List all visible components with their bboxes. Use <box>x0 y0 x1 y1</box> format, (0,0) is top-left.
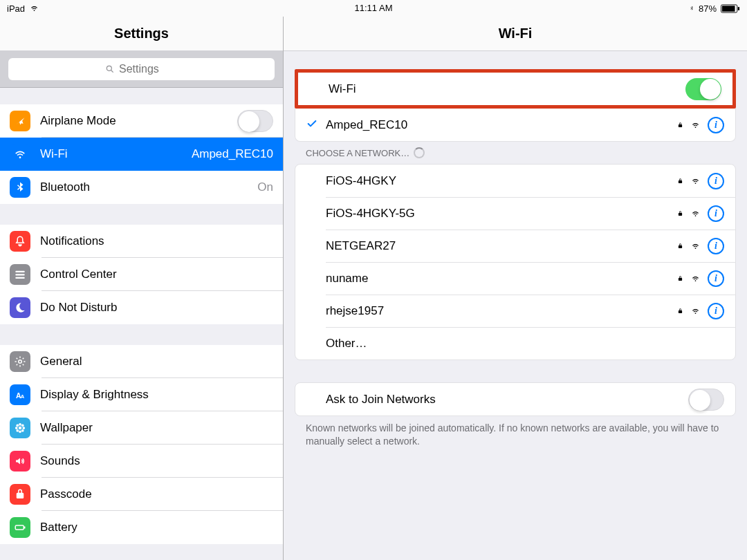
bluetooth-icon <box>10 177 30 198</box>
sounds-icon <box>10 451 30 472</box>
sidebar-item-battery[interactable]: Battery <box>0 511 283 544</box>
connected-network-row[interactable]: Amped_REC10 i <box>295 109 735 141</box>
network-name: FiOS-4HGKY-5G <box>326 207 677 221</box>
lock-icon <box>677 242 683 250</box>
wallpaper-icon <box>10 418 30 438</box>
bluetooth-detail: On <box>257 180 273 194</box>
network-row[interactable]: rhejse1957i <box>295 295 735 327</box>
bluetooth-status-icon <box>689 3 694 13</box>
status-bar: iPad 11:11 AM 87% <box>0 0 747 17</box>
sidebar-item-sounds[interactable]: Sounds <box>0 445 283 478</box>
lock-icon <box>677 209 683 218</box>
svg-rect-19 <box>722 6 735 11</box>
svg-rect-20 <box>738 7 739 10</box>
wifi-switch[interactable] <box>685 78 721 100</box>
wifi-status-icon <box>29 4 39 12</box>
detail-title: Wi-Fi <box>284 17 747 51</box>
sidebar-item-label: Airplane Mode <box>40 114 237 128</box>
sidebar-item-wallpaper[interactable]: Wallpaper <box>0 411 283 445</box>
lock-icon <box>677 177 683 185</box>
signal-icon <box>690 242 701 250</box>
network-name: FiOS-4HGKY <box>326 174 677 188</box>
info-button[interactable]: i <box>708 238 724 254</box>
other-network-row[interactable]: Other… <box>295 327 735 360</box>
sidebar-item-passcode[interactable]: Passcode <box>0 478 283 511</box>
sidebar-item-airplane-mode[interactable]: Airplane Mode <box>0 104 283 138</box>
info-button[interactable]: i <box>708 117 724 133</box>
wifi-detail: Amped_REC10 <box>192 147 273 161</box>
network-name: nuname <box>326 272 677 286</box>
other-label: Other… <box>326 337 724 351</box>
choose-network-header: CHOOSE A NETWORK… <box>295 142 736 164</box>
dnd-icon <box>10 297 30 318</box>
passcode-icon <box>10 484 30 505</box>
signal-icon <box>690 307 701 315</box>
lock-icon <box>677 307 683 315</box>
sidebar-item-label: Control Center <box>40 268 273 281</box>
network-row[interactable]: NETGEAR27i <box>295 230 735 262</box>
sidebar-item-display[interactable]: Display & Brightness <box>0 378 283 411</box>
sidebar-item-dnd[interactable]: Do Not Disturb <box>0 291 283 324</box>
sidebar-item-label: Do Not Disturb <box>40 301 273 315</box>
general-icon <box>10 351 30 372</box>
airplane-icon <box>10 111 30 131</box>
sidebar-item-label: General <box>40 355 273 368</box>
info-button[interactable]: i <box>708 173 724 189</box>
control-center-icon <box>10 264 30 285</box>
network-row[interactable]: FiOS-4HGKYi <box>295 165 735 197</box>
settings-sidebar: Settings Airplane ModeWi-FiAmped_REC10Bl… <box>0 17 284 560</box>
signal-icon <box>690 177 701 185</box>
sidebar-item-bluetooth[interactable]: BluetoothOn <box>0 171 283 204</box>
wifi-toggle-row[interactable]: Wi-Fi <box>298 73 732 105</box>
checkmark-icon <box>306 118 326 132</box>
sidebar-item-wifi[interactable]: Wi-FiAmped_REC10 <box>0 138 283 171</box>
wifi-toggle-label: Wi-Fi <box>329 82 685 96</box>
status-time: 11:11 AM <box>355 3 393 13</box>
sidebar-item-label: Wallpaper <box>40 421 273 435</box>
connected-network-name: Amped_REC10 <box>326 118 677 132</box>
airplane-mode-switch[interactable] <box>237 110 273 132</box>
lock-icon <box>677 274 683 283</box>
sidebar-item-label: Sounds <box>40 454 273 468</box>
search-container <box>0 51 283 88</box>
battery-icon <box>10 517 30 538</box>
battery-icon <box>721 4 740 13</box>
sidebar-item-label: Bluetooth <box>40 180 257 194</box>
wifi-toggle-highlight: Wi-Fi <box>295 69 736 109</box>
signal-icon <box>690 121 701 129</box>
lock-icon <box>677 121 683 129</box>
sidebar-item-notifications[interactable]: Notifications <box>0 225 283 258</box>
device-label: iPad <box>7 3 25 14</box>
search-icon <box>105 64 115 74</box>
info-button[interactable]: i <box>708 270 724 287</box>
sidebar-item-general[interactable]: General <box>0 345 283 378</box>
search-input[interactable] <box>119 63 178 75</box>
battery-percent: 87% <box>699 3 717 14</box>
sidebar-item-label: Battery <box>40 521 273 534</box>
ask-to-join-footer: Known networks will be joined automatica… <box>295 416 736 462</box>
search-box[interactable] <box>8 58 275 80</box>
info-button[interactable]: i <box>708 303 724 319</box>
ask-to-join-row[interactable]: Ask to Join Networks <box>295 383 735 416</box>
sidebar-item-label: Notifications <box>40 234 273 248</box>
network-list: FiOS-4HGKYiFiOS-4HGKY-5GiNETGEAR27inunam… <box>295 164 736 360</box>
wifi-detail-pane: Wi-Fi Wi-Fi <box>284 17 747 560</box>
wifi-icon <box>10 144 30 165</box>
network-row[interactable]: nunamei <box>295 262 735 295</box>
network-name: NETGEAR27 <box>326 239 677 253</box>
loading-spinner-icon <box>414 147 425 158</box>
network-name: rhejse1957 <box>326 304 677 318</box>
sidebar-item-control-center[interactable]: Control Center <box>0 258 283 291</box>
sidebar-title: Settings <box>0 17 283 51</box>
signal-icon <box>690 209 701 218</box>
sidebar-item-label: Display & Brightness <box>40 388 273 402</box>
display-icon <box>10 384 30 405</box>
notifications-icon <box>10 231 30 252</box>
ask-to-join-switch[interactable] <box>688 389 724 411</box>
signal-icon <box>690 274 701 283</box>
network-row[interactable]: FiOS-4HGKY-5Gi <box>295 197 735 230</box>
info-button[interactable]: i <box>708 205 724 222</box>
ask-to-join-label: Ask to Join Networks <box>326 393 688 407</box>
sidebar-item-label: Wi-Fi <box>40 147 192 161</box>
sidebar-item-label: Passcode <box>40 487 273 501</box>
